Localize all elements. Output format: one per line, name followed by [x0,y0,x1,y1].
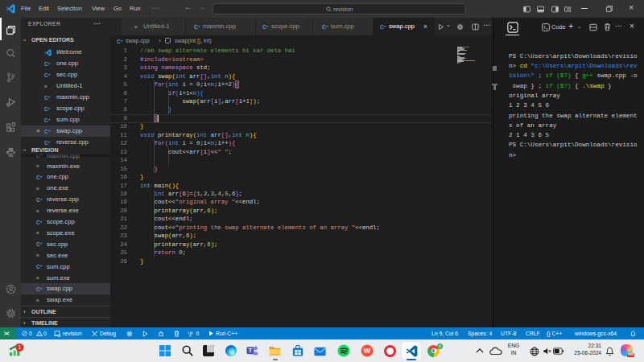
svg-text:1: 1 [19,344,22,350]
svg-text:T: T [249,348,253,353]
svg-text:W: W [364,347,371,355]
